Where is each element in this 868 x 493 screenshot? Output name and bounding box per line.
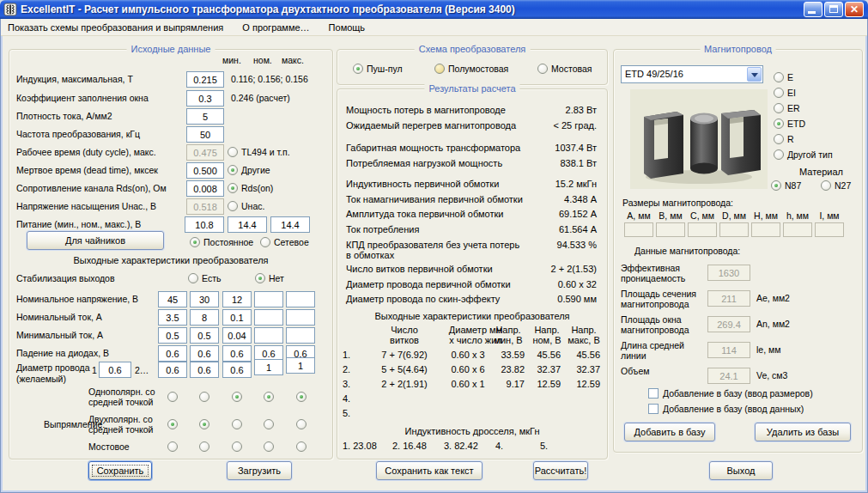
type-ei-radio[interactable] <box>774 88 784 98</box>
current-density-input[interactable] <box>186 108 224 125</box>
half-bridge-radio[interactable] <box>434 64 445 74</box>
bipolar-radio-1[interactable] <box>167 419 178 429</box>
stab-yes-radio[interactable] <box>188 273 198 283</box>
material-n87-radio[interactable] <box>771 180 781 191</box>
rdson-input[interactable] <box>186 180 224 197</box>
th-vmax: Напр. макс, В <box>564 325 604 345</box>
vdiode-1[interactable] <box>158 345 187 362</box>
unipolar-radio-3[interactable] <box>232 392 242 402</box>
bridge-radio-3[interactable] <box>232 441 242 452</box>
wire-1[interactable] <box>158 362 187 378</box>
bridge-radio-1[interactable] <box>167 441 178 452</box>
delete-from-base-button[interactable]: Удалить из базы <box>755 423 851 441</box>
vdiode-2[interactable] <box>190 345 219 362</box>
table-row-vmax: 32.37 <box>564 364 600 374</box>
size-a-input <box>624 222 653 237</box>
bridge-radio-5[interactable] <box>296 441 307 452</box>
supply-max-input[interactable] <box>270 216 310 233</box>
material-n27-radio[interactable] <box>821 180 831 191</box>
supply-min-input[interactable] <box>185 216 224 233</box>
unipolar-radio-5[interactable] <box>296 392 307 402</box>
stabilization-label: Стабилизация выходов <box>16 273 115 283</box>
menu-help[interactable]: Помощь <box>329 22 366 33</box>
size-h-input <box>751 222 780 237</box>
others-radio[interactable] <box>228 165 238 175</box>
bipolar-radio-3[interactable] <box>232 419 242 429</box>
bipolar-radio-2[interactable] <box>199 419 209 429</box>
type-etd-radio[interactable] <box>774 119 784 129</box>
beginners-button[interactable]: Для чайников <box>27 231 164 250</box>
maximize-icon[interactable] <box>824 2 843 17</box>
type-er-label: ER <box>787 103 800 113</box>
supply-nom-input[interactable] <box>228 216 267 233</box>
vnom-4[interactable] <box>254 291 283 307</box>
type-other-radio[interactable] <box>774 149 784 160</box>
save-as-text-button[interactable]: Сохранить как текст <box>376 461 483 480</box>
load-button[interactable]: Загрузить <box>227 461 292 480</box>
stab-no-radio[interactable] <box>255 273 265 283</box>
fill-factor-input[interactable] <box>186 90 224 107</box>
exit-button[interactable]: Выход <box>709 461 773 480</box>
add-sizes-checkbox[interactable] <box>648 388 659 399</box>
menu-about[interactable]: О программе… <box>242 22 309 33</box>
mains-supply-radio[interactable] <box>260 237 270 247</box>
chevron-down-icon[interactable] <box>747 67 762 82</box>
vnom-2[interactable] <box>190 291 219 307</box>
bridge-radio-2[interactable] <box>199 441 209 452</box>
vdiode-3[interactable] <box>222 345 252 362</box>
bipolar-label: Двухполярн. со средней точкой <box>88 414 153 435</box>
add-to-base-button[interactable]: Добавить в базу <box>624 423 715 441</box>
unipolar-radio-2[interactable] <box>199 392 209 402</box>
th-vmin: Напр. мин, В <box>489 325 528 345</box>
wire-5[interactable] <box>286 357 315 374</box>
vnom-1[interactable] <box>158 291 187 307</box>
imin-1[interactable] <box>158 327 187 344</box>
wire-4[interactable] <box>254 359 283 375</box>
type-er-radio[interactable] <box>774 103 784 113</box>
close-icon[interactable] <box>845 2 864 17</box>
induction-input[interactable] <box>186 71 224 88</box>
primary-wire-label: Диаметр провода первичной обмотки <box>346 279 540 289</box>
inom-4[interactable] <box>254 309 283 326</box>
push-pull-radio[interactable] <box>353 64 363 74</box>
inom-1[interactable] <box>158 309 187 326</box>
load-power-value: 838.1 Вт <box>560 158 597 168</box>
core-select[interactable]: ETD 49/25/16 <box>621 65 763 83</box>
usat-input <box>186 198 224 215</box>
unipolar-radio-4[interactable] <box>264 392 274 402</box>
table-row-vmin: 23.82 <box>489 364 525 374</box>
minimize-icon[interactable] <box>804 2 822 17</box>
type-e-radio[interactable] <box>774 72 784 82</box>
wire-d1-input[interactable] <box>99 362 131 378</box>
inom-3[interactable] <box>222 309 252 326</box>
inom-5[interactable] <box>286 309 315 326</box>
calculate-button[interactable]: Рассчитать! <box>533 461 588 480</box>
imin-3[interactable] <box>222 327 252 344</box>
imin-4[interactable] <box>254 327 283 344</box>
dc-supply-radio[interactable] <box>190 237 200 247</box>
wire-2[interactable] <box>190 362 219 378</box>
usat-radio[interactable] <box>228 201 238 211</box>
save-button[interactable]: Сохранить <box>88 461 152 480</box>
add-data-checkbox[interactable] <box>648 404 659 414</box>
dead-time-input[interactable] <box>186 162 224 179</box>
type-r-radio[interactable] <box>774 134 784 144</box>
vnom-5[interactable] <box>286 291 315 307</box>
menu-show-schemes[interactable]: Показать схемы преобразования и выпрямле… <box>8 22 223 33</box>
tl494-radio[interactable] <box>228 147 238 157</box>
bipolar-radio-4[interactable] <box>264 419 274 429</box>
bipolar-radio-5[interactable] <box>296 419 307 429</box>
frequency-input[interactable] <box>186 126 224 143</box>
bridge-scheme-radio[interactable] <box>537 64 548 74</box>
unipolar-radio-1[interactable] <box>167 392 178 402</box>
imin-2[interactable] <box>190 327 219 344</box>
rdson-label: Сопротивление канала Rds(on), Ом <box>16 183 167 193</box>
vnom-3[interactable] <box>222 291 252 307</box>
rdson-radio[interactable] <box>228 183 238 193</box>
table-row-vmax: 45.56 <box>564 350 600 360</box>
inom-2[interactable] <box>190 309 219 326</box>
magnetizing-current-label: Ток намагничивания первичной обмотки <box>346 194 540 204</box>
imin-5[interactable] <box>286 327 315 344</box>
bridge-radio-4[interactable] <box>264 441 274 452</box>
wire-3[interactable] <box>222 362 252 378</box>
